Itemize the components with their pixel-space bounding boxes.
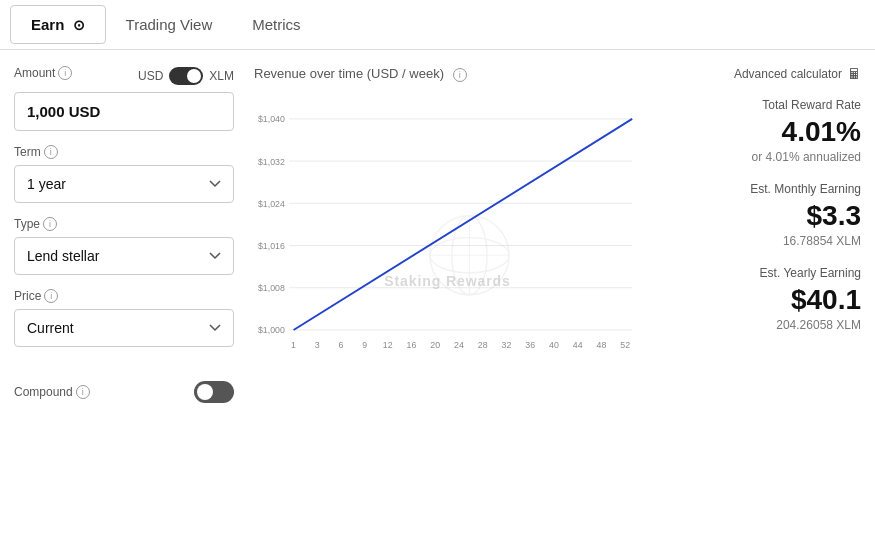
yearly-earning-value: $40.1 — [671, 284, 861, 316]
price-info-icon[interactable]: i — [44, 289, 58, 303]
svg-text:$1,040: $1,040 — [258, 114, 285, 124]
amount-label-row: Amount i — [14, 66, 72, 80]
total-reward-value: 4.01% — [671, 116, 861, 148]
type-info-icon[interactable]: i — [43, 217, 57, 231]
svg-text:$1,032: $1,032 — [258, 157, 285, 167]
chart-info-icon[interactable]: i — [453, 68, 467, 82]
svg-text:28: 28 — [478, 340, 488, 350]
tab-trading-view[interactable]: Trading View — [106, 6, 233, 43]
svg-text:44: 44 — [573, 340, 583, 350]
yearly-earning-xlm: 204.26058 XLM — [671, 318, 861, 332]
svg-text:36: 36 — [525, 340, 535, 350]
amount-input[interactable] — [14, 92, 234, 131]
amount-label: Amount — [14, 66, 55, 80]
svg-text:40: 40 — [549, 340, 559, 350]
svg-text:32: 32 — [502, 340, 512, 350]
main-content: Amount i USD XLM Term i 1 year 6 months … — [0, 50, 875, 553]
yearly-earning-label: Est. Yearly Earning — [671, 266, 861, 280]
chart-title-text: Revenue over time (USD / week) — [254, 66, 444, 81]
monthly-earning-label: Est. Monthly Earning — [671, 182, 861, 196]
svg-text:3: 3 — [315, 340, 320, 350]
price-label-row: Price i — [14, 289, 234, 303]
tab-trading-view-label: Trading View — [126, 16, 213, 33]
svg-text:6: 6 — [339, 340, 344, 350]
advanced-calculator-row: Advanced calculator 🖩 — [671, 66, 861, 82]
adv-calc-label: Advanced calculator — [734, 67, 842, 81]
svg-text:Staking Rewards: Staking Rewards — [384, 273, 511, 289]
chart-title: Revenue over time (USD / week) i — [254, 66, 641, 82]
svg-text:$1,024: $1,024 — [258, 199, 285, 209]
amount-header-row: Amount i USD XLM — [14, 66, 234, 86]
tab-earn-label: Earn — [31, 16, 64, 33]
left-panel: Amount i USD XLM Term i 1 year 6 months … — [14, 66, 234, 537]
chart-area: Revenue over time (USD / week) i $1,040 … — [244, 66, 651, 537]
currency-toggle-row: USD XLM — [138, 67, 234, 85]
tabs-bar: Earn ⊙ Trading View Metrics — [0, 0, 875, 50]
compound-row: Compound i — [14, 381, 234, 403]
svg-text:9: 9 — [362, 340, 367, 350]
type-label: Type — [14, 217, 40, 231]
svg-text:1: 1 — [291, 340, 296, 350]
type-select[interactable]: Lend stellar Delegate Stake — [14, 237, 234, 275]
compound-info-icon[interactable]: i — [76, 385, 90, 399]
right-panel: Advanced calculator 🖩 Total Reward Rate … — [661, 66, 861, 537]
term-select[interactable]: 1 year 6 months 3 months 1 month — [14, 165, 234, 203]
currency-xlm-label: XLM — [209, 69, 234, 83]
svg-text:48: 48 — [597, 340, 607, 350]
chart-container: $1,040 $1,032 $1,024 $1,016 $1,008 $1,00… — [254, 92, 641, 422]
compound-toggle[interactable] — [194, 381, 234, 403]
total-reward-label: Total Reward Rate — [671, 98, 861, 112]
currency-toggle-switch[interactable] — [169, 67, 203, 85]
svg-text:20: 20 — [430, 340, 440, 350]
svg-text:24: 24 — [454, 340, 464, 350]
term-label-row: Term i — [14, 145, 234, 159]
svg-text:52: 52 — [620, 340, 630, 350]
monthly-earning-xlm: 16.78854 XLM — [671, 234, 861, 248]
svg-text:$1,008: $1,008 — [258, 283, 285, 293]
svg-text:16: 16 — [407, 340, 417, 350]
amount-info-icon[interactable]: i — [58, 66, 72, 80]
chart-svg: $1,040 $1,032 $1,024 $1,016 $1,008 $1,00… — [254, 92, 641, 392]
tab-metrics[interactable]: Metrics — [232, 6, 320, 43]
term-label: Term — [14, 145, 41, 159]
price-select[interactable]: Current Custom — [14, 309, 234, 347]
svg-text:$1,000: $1,000 — [258, 325, 285, 335]
calculator-icon[interactable]: 🖩 — [847, 66, 861, 82]
price-label: Price — [14, 289, 41, 303]
tab-metrics-label: Metrics — [252, 16, 300, 33]
monthly-earning-value: $3.3 — [671, 200, 861, 232]
type-label-row: Type i — [14, 217, 234, 231]
svg-text:$1,016: $1,016 — [258, 241, 285, 251]
total-reward-sub: or 4.01% annualized — [671, 150, 861, 164]
earn-icon: ⊙ — [73, 17, 85, 33]
term-info-icon[interactable]: i — [44, 145, 58, 159]
compound-label: Compound — [14, 385, 73, 399]
svg-text:12: 12 — [383, 340, 393, 350]
currency-usd-label: USD — [138, 69, 163, 83]
compound-label-row: Compound i — [14, 385, 90, 399]
tab-earn[interactable]: Earn ⊙ — [10, 5, 106, 44]
